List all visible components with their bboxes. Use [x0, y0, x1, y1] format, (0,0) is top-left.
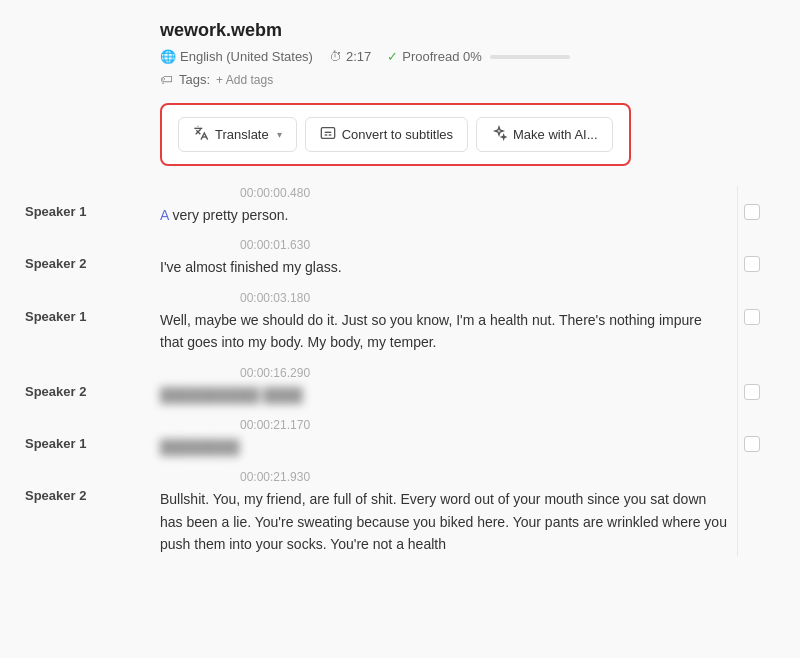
- make-ai-button[interactable]: Make with AI...: [476, 117, 613, 152]
- proofread-bar: [490, 55, 570, 59]
- transcript-section: 00:00:00.480 Speaker 1 A very pretty per…: [160, 186, 760, 556]
- convert-subtitles-button[interactable]: Convert to subtitles: [305, 117, 468, 152]
- check-icon: ✓: [387, 49, 398, 64]
- transcript-row-5: Speaker 1 ████████: [160, 436, 760, 458]
- transcript-entry-2: 00:00:01.630 Speaker 2 I've almost finis…: [160, 238, 760, 278]
- transcript-text-6: Bullshit. You, my friend, are full of sh…: [160, 488, 760, 555]
- tag-icon: 🏷: [160, 72, 173, 87]
- transcript-text-4: ██████████ ████: [160, 384, 744, 406]
- transcript-entry-1: 00:00:00.480 Speaker 1 A very pretty per…: [160, 186, 760, 226]
- first-letter-1: A: [160, 207, 169, 223]
- timestamp-6: 00:00:21.930: [240, 470, 760, 484]
- translate-icon: [193, 125, 209, 144]
- transcript-row-3: Speaker 1 Well, maybe we should do it. J…: [160, 309, 760, 354]
- checkbox-4[interactable]: [744, 384, 760, 400]
- meta-row: 🌐 English (United States) ⏱ 2:17 ✓ Proof…: [160, 49, 760, 64]
- tags-row: 🏷 Tags: + Add tags: [160, 72, 760, 87]
- transcript-text-3: Well, maybe we should do it. Just so you…: [160, 309, 744, 354]
- timestamp-3: 00:00:03.180: [240, 291, 760, 305]
- speaker-label-6: Speaker 2: [25, 488, 86, 503]
- duration-meta: ⏱ 2:17: [329, 49, 371, 64]
- tags-label: Tags:: [179, 72, 210, 87]
- ai-icon: [491, 125, 507, 144]
- speaker-label-1: Speaker 1: [25, 204, 86, 219]
- proofread-meta: ✓ Proofread 0%: [387, 49, 570, 64]
- translate-label: Translate: [215, 127, 269, 142]
- language-meta: 🌐 English (United States): [160, 49, 313, 64]
- speaker-label-4: Speaker 2: [25, 384, 86, 399]
- make-ai-label: Make with AI...: [513, 127, 598, 142]
- transcript-text-5: ████████: [160, 436, 744, 458]
- speaker-label-3: Speaker 1: [25, 309, 86, 324]
- duration-label: 2:17: [346, 49, 371, 64]
- translate-button[interactable]: Translate ▾: [178, 117, 297, 152]
- toolbar: Translate ▾ Convert to subtitles: [160, 103, 631, 166]
- transcript-entry-3: 00:00:03.180 Speaker 1 Well, maybe we sh…: [160, 291, 760, 354]
- timestamp-1: 00:00:00.480: [240, 186, 760, 200]
- translate-chevron-icon: ▾: [277, 129, 282, 140]
- checkbox-2[interactable]: [744, 256, 760, 272]
- transcript-row-2: Speaker 2 I've almost finished my glass.: [160, 256, 760, 278]
- transcript-row-1: Speaker 1 A very pretty person.: [160, 204, 760, 226]
- checkbox-3[interactable]: [744, 309, 760, 325]
- language-label: English (United States): [180, 49, 313, 64]
- transcript-entry-4: 00:00:16.290 Speaker 2 ██████████ ████: [160, 366, 760, 406]
- transcript-entry-6: 00:00:21.930 Speaker 2 Bullshit. You, my…: [160, 470, 760, 555]
- transcript-row-4: Speaker 2 ██████████ ████: [160, 384, 760, 406]
- timestamp-5: 00:00:21.170: [240, 418, 760, 432]
- timestamp-2: 00:00:01.630: [240, 238, 760, 252]
- transcript-text-1: A very pretty person.: [160, 204, 744, 226]
- checkbox-1[interactable]: [744, 204, 760, 220]
- proofread-label: Proofread 0%: [402, 49, 482, 64]
- transcript-row-6: Speaker 2 Bullshit. You, my friend, are …: [160, 488, 760, 555]
- speaker-label-5: Speaker 1: [25, 436, 86, 451]
- checkbox-5[interactable]: [744, 436, 760, 452]
- file-title: wework.webm: [160, 20, 760, 41]
- globe-icon: 🌐: [160, 49, 176, 64]
- transcript-entry-5: 00:00:21.170 Speaker 1 ████████: [160, 418, 760, 458]
- transcript-text-2: I've almost finished my glass.: [160, 256, 744, 278]
- convert-subtitles-label: Convert to subtitles: [342, 127, 453, 142]
- timestamp-4: 00:00:16.290: [240, 366, 760, 380]
- subtitles-icon: [320, 125, 336, 144]
- speaker-label-2: Speaker 2: [25, 256, 86, 271]
- clock-icon: ⏱: [329, 49, 342, 64]
- add-tags-button[interactable]: + Add tags: [216, 73, 273, 87]
